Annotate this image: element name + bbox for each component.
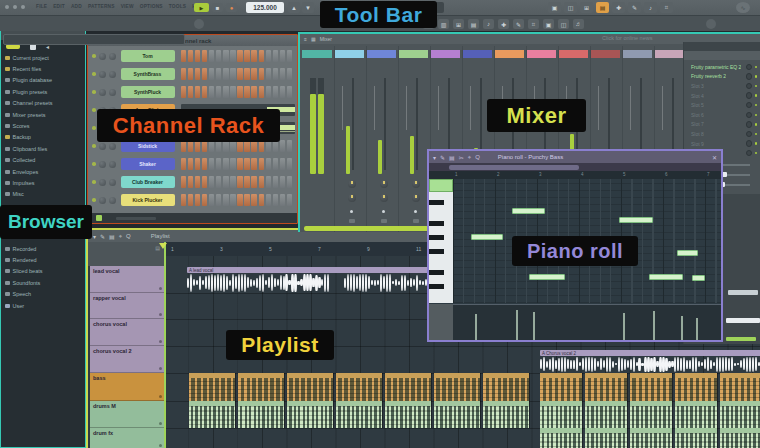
playlist-track-header-drum-fx[interactable]: drum fx	[90, 428, 164, 448]
bass-pattern-clip[interactable]	[336, 373, 383, 401]
insert-slot-knob[interactable]	[746, 83, 753, 90]
track-mute-dot[interactable]	[159, 422, 162, 425]
browser-item-speech[interactable]: Speech	[5, 289, 42, 300]
step-cell[interactable]	[251, 194, 257, 206]
step-cell[interactable]	[181, 50, 187, 62]
insert-slot-8[interactable]: Slot 8	[684, 129, 760, 139]
pencil-icon[interactable]: ✎	[440, 154, 445, 161]
menu-item-file[interactable]: FILE	[36, 4, 47, 9]
track-mute-dot[interactable]	[159, 340, 162, 343]
mixer-pan-knob[interactable]	[380, 180, 388, 188]
channel-pan-knob[interactable]	[99, 89, 106, 96]
toolbar-icon[interactable]: ⊞	[453, 19, 464, 29]
step-cell[interactable]	[223, 68, 229, 80]
step-cell[interactable]	[181, 68, 187, 80]
close-icon[interactable]: ✕	[712, 154, 717, 161]
step-cell[interactable]	[237, 50, 243, 62]
velocity-pane[interactable]	[453, 304, 721, 340]
mixer-pan-knob[interactable]	[348, 180, 356, 188]
track-color-swatch[interactable]	[654, 50, 684, 58]
pattern-up-button[interactable]: ▲	[288, 2, 300, 13]
insert-slot-7[interactable]: Slot 7	[684, 120, 760, 130]
toolbar-icon[interactable]: ◫	[564, 2, 577, 13]
channel-mute-led[interactable]	[92, 180, 96, 184]
mixer-stereo-knob[interactable]	[348, 194, 356, 202]
browser-item-user[interactable]: User	[5, 300, 42, 311]
drums-pattern-clip[interactable]	[483, 401, 530, 428]
paint-icon[interactable]: ▤	[109, 233, 115, 240]
drums-pattern-clip[interactable]	[238, 401, 285, 428]
browser-item-recent-files[interactable]: Recent files	[5, 63, 53, 74]
step-cell[interactable]	[216, 50, 222, 62]
velocity-line[interactable]	[681, 316, 683, 340]
step-cell[interactable]	[230, 86, 236, 98]
step-cell[interactable]	[237, 176, 243, 188]
menu-item-edit[interactable]: EDIT	[53, 4, 65, 9]
playlist-track-header-rapper-vocal[interactable]: rapper vocal	[90, 293, 164, 319]
midi-note[interactable]	[692, 275, 705, 281]
insert-panel-subheader[interactable]	[684, 51, 760, 60]
step-cell[interactable]	[244, 194, 250, 206]
step-cell[interactable]	[230, 176, 236, 188]
mixer-route-dot[interactable]	[350, 210, 353, 213]
step-cell[interactable]	[273, 176, 279, 188]
insert-panel-titlebar[interactable]	[684, 42, 760, 51]
step-cell[interactable]	[202, 50, 208, 62]
browser-item-recorded[interactable]: Recorded	[5, 243, 42, 254]
track-color-swatch[interactable]	[398, 50, 428, 58]
mixer-fader-track[interactable]	[384, 78, 386, 170]
step-cell[interactable]	[244, 176, 250, 188]
channel-name-button[interactable]: Kick Plucker	[121, 194, 175, 206]
window-dot-icon[interactable]	[5, 5, 9, 9]
step-cell[interactable]	[251, 158, 257, 170]
black-key[interactable]	[429, 235, 444, 240]
step-cell[interactable]	[259, 50, 265, 62]
insert-slot-knob[interactable]	[746, 92, 753, 99]
channel-volume-knob[interactable]	[109, 143, 116, 150]
step-cell[interactable]	[202, 86, 208, 98]
channel-pan-knob[interactable]	[99, 143, 106, 150]
toolbar-icon[interactable]: ✚	[612, 2, 625, 13]
midi-note[interactable]	[677, 250, 698, 256]
bass-pattern-clip[interactable]	[287, 373, 334, 401]
track-mute-dot[interactable]	[159, 395, 162, 398]
toolbar-icon[interactable]: ▥	[438, 19, 449, 29]
browser-item-collected[interactable]: Collected	[5, 155, 53, 166]
step-cell[interactable]	[209, 158, 215, 170]
browser-item-backup[interactable]: Backup	[5, 132, 53, 143]
step-cell[interactable]	[216, 68, 222, 80]
step-cell[interactable]	[266, 194, 272, 206]
step-cell[interactable]	[209, 86, 215, 98]
slip-icon[interactable]: ⌖	[119, 233, 122, 240]
toolbar-icon[interactable]: ✎	[513, 19, 524, 29]
insert-slot-knob[interactable]	[746, 102, 753, 109]
mixer-mute-button[interactable]	[349, 219, 355, 223]
black-key[interactable]	[429, 221, 444, 226]
piano-roll-titlebar[interactable]: ▾ ✎ ▤ ✂ ⌖ Q Piano roll - Punchy Bass ✕	[429, 151, 721, 163]
track-color-swatch[interactable]	[462, 50, 492, 58]
song-position-display[interactable]	[3, 34, 185, 45]
bass-pattern-clip[interactable]	[540, 373, 583, 401]
insert-slot-6[interactable]: Slot 6	[684, 110, 760, 120]
velocity-line[interactable]	[475, 314, 477, 340]
mixer-stereo-knob[interactable]	[380, 194, 388, 202]
playlist-track-header-bass[interactable]: bass	[90, 373, 164, 401]
zoom-icon[interactable]: Q	[475, 154, 480, 160]
piano-keyboard[interactable]	[429, 179, 453, 303]
step-cell[interactable]	[237, 158, 243, 170]
toolbar-icon[interactable]: ⊞	[580, 2, 593, 13]
drums-pattern-clip[interactable]	[540, 401, 583, 428]
velocity-line[interactable]	[516, 310, 518, 340]
menu-item-options[interactable]: OPTIONS	[140, 4, 163, 9]
highlighted-key[interactable]	[429, 179, 453, 192]
browser-item-misc[interactable]: Misc	[5, 189, 53, 200]
insert-slot-led[interactable]	[755, 123, 758, 126]
cut-icon[interactable]: ✂	[459, 154, 464, 161]
channel-mute-led[interactable]	[92, 144, 96, 148]
browser-item-sliced-beats[interactable]: Sliced beats	[5, 266, 42, 277]
midi-note[interactable]	[619, 217, 653, 223]
step-cell[interactable]	[209, 50, 215, 62]
channel-mute-led[interactable]	[92, 54, 96, 58]
window-dot-icon[interactable]	[21, 5, 25, 9]
step-cell[interactable]	[273, 68, 279, 80]
